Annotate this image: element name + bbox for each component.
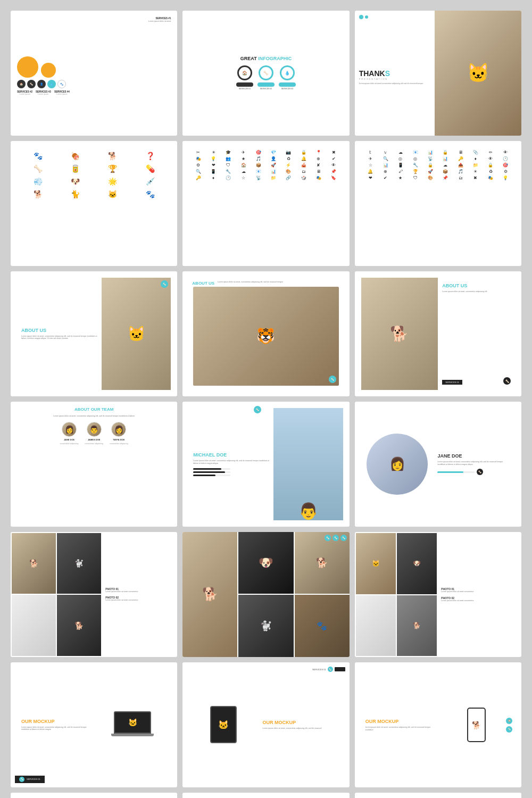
thanks-title: THANKS [359, 69, 430, 78]
slides-grid: SERVICES #1 Lorem ipsum dolor sit amet 🏠… [11, 11, 521, 798]
small-circles-row: 🏠 🦴 👤 💧 🐾 [17, 80, 66, 88]
tablet-shape: 🐱 [210, 706, 237, 743]
pet-icon-1: 🐾 [21, 152, 54, 160]
dot1 [359, 15, 363, 19]
photo-grid-left-1: 🐕 🐩 🐕 [11, 532, 102, 657]
teal-circle-top: 🏠 [506, 718, 512, 724]
slide-mockup-phone: OUR MOCKUP Lorem ipsum dolor sit amet, c… [355, 662, 521, 787]
slide-about-2: ABOUT US Lorem ipsum dolor sit amet, con… [182, 271, 349, 396]
michael-progress-bars [193, 468, 269, 476]
jane-name: JANE DOE [64, 438, 74, 441]
slide-michael: 🦴 MICHAEL DOE Lorem ipsum dolor sit amet… [182, 402, 349, 527]
slide-photo-right: 🐱 🐶 🐕 PHOTO 01 Lorem ipsum dolor sit ame… [355, 532, 521, 657]
jane-dark-badge: 🦴 [477, 469, 483, 475]
jane-avatar: 👩 [62, 422, 77, 437]
teal-circle-1: 💧 [47, 80, 56, 88]
infographic-title: GREAT INFOGRAPHIC [240, 56, 292, 61]
slide-services: SERVICES #1 Lorem ipsum dolor sit amet 🏠… [11, 11, 177, 136]
outline-circle-1: 🐾 [57, 80, 66, 88]
photo-cell-1: 🐕 [12, 533, 56, 594]
laptop-shape: 🐱 [114, 711, 151, 738]
teal-badge-michael: 🦴 [254, 406, 261, 413]
service-item-4: SERVICES #4 Lorem ipsum [54, 90, 70, 95]
mockup-tablet-content: SERVICES 01 🦴 OUR MOCKUP Lorem ipsum dol… [259, 669, 343, 781]
tayfa-name: TAYFA DOE [113, 438, 124, 441]
services-label-top: SERVICES 01 [312, 668, 326, 671]
collar-3 [279, 82, 296, 87]
james-name: JAMES DOE [88, 438, 101, 441]
team-member-tayfa: 👩 TAYFA DOE consectetur adipiscing [110, 422, 128, 445]
pet-icon-15: 🐱 [96, 190, 129, 198]
team-member-james: 👨 JAMES DOE consectetur adipiscing [85, 422, 103, 445]
about-content-3: ABOUT US Lorem ipsum dolor sit amet, con… [438, 278, 515, 390]
photo-text-2: Lorem ipsum dolor sit amet consectetur [105, 599, 174, 602]
infographic-item-3: 💧 SERVICES 03 [279, 65, 296, 90]
thanks-text: Lorem ipsum dolor sit amet consectetur a… [359, 82, 430, 85]
pet-icons-grid: 🐾 🍖 🐕 ❓ 🦴 🥫 🏆 💊 💨 🐶 🌟 💉 🐕 🐈 🐱 🐾 [17, 147, 171, 203]
slide-general-icons-2: 𝕥 𝕧 ☁ 📧 📊 🔒 🖥 📎 ✏ 👁 ✈ 🔍 ◎ ◎ 📡 📊 🔑 ♦ 👁 🕐 … [355, 141, 521, 266]
slide-about-3: 🐕 ABOUT US Lorem ipsum dolor sit amet, c… [355, 271, 521, 396]
icons-grid-1: ✂ ☀ 🎓 ✈ 🎯 💎 📷 🔒 📍 ✖ 🎭 💡 👥 ★ 🎵 👤 ♻ 🔔 ⊕ ✔ … [189, 147, 343, 183]
about-title-1: ABOUT US [21, 328, 97, 333]
about-cat-image-1: 🦴 🐱 [102, 278, 171, 390]
mockup-text-3: Lorem ipsum dolor sit amet, consectetur … [365, 726, 434, 732]
photo-right-1: PHOTO 01 Lorem ipsum dolor sit amet cons… [102, 532, 177, 657]
ring-2: 🦴 [259, 65, 273, 80]
mockup-laptop-img: 🐱 [94, 709, 171, 741]
dog-cell-2: 🐶 [238, 532, 293, 594]
thanks-content: THANKS PRESENTATION Lorem ipsum dolor si… [355, 11, 435, 136]
phone-shape: 🐕 [467, 708, 486, 742]
teal-circles-side: 🏠 🦴 [506, 718, 512, 733]
dogs-grid: 🐕 🐶 🐕 🐩 🐾 [182, 532, 349, 657]
slide-pet-icons: 🐾 🍖 🐕 ❓ 🦴 🥫 🏆 💊 💨 🐶 🌟 💉 🐕 🐈 🐱 🐾 [11, 141, 177, 266]
team-title: ABOUT OUR TEAM [74, 407, 113, 412]
bar-1 [193, 468, 221, 470]
slide-great-chart: GREAT CHART Lorem ipsum dolor sit amet, … [355, 793, 521, 798]
pr-cell-1: 🐱 [356, 533, 396, 594]
teal-badges-row: 🦴 🦴 🦴 [325, 535, 347, 541]
mockup-phone-area: 🐕 🏠 🦴 [438, 708, 515, 742]
infographic-item-2: 🦴 SERVICES 02 [257, 65, 275, 90]
ring-3: 💧 [280, 65, 295, 80]
pr-cell-2: 🐶 [397, 533, 437, 594]
pet-icon-9: 💨 [21, 177, 54, 186]
laptop-base [111, 734, 154, 736]
collar-1 [236, 82, 253, 87]
services-black-bar: 🦴 SERVICES 01 [15, 776, 45, 783]
team-member-jane: 👩 JANE DOE consectetur adipiscing [60, 422, 79, 445]
michael-image: 👨 [273, 408, 343, 520]
pet-icon-5: 🦴 [21, 164, 54, 173]
slide-about-1: ABOUT US Lorem ipsum dolor sit amet, con… [11, 271, 177, 396]
pet-icon-16: 🐾 [134, 190, 167, 198]
service-item-2: SERVICES #2 Lorem ipsum [17, 90, 32, 95]
bar-2 [193, 471, 225, 473]
slide-team: ABOUT OUR TEAM Lorem ipsum dolor sit ame… [11, 402, 177, 527]
slide-mockup-tablet: 🐱 SERVICES 01 🦴 OUR MOCKUP Lorem ipsum d… [182, 662, 349, 787]
jane-content: JANE DOE Lorem ipsum dolor sit amet, con… [433, 408, 515, 520]
slide-photo-1: 🐕 🐩 🐕 PHOTO 01 Lorem ipsum dolor sit ame… [11, 532, 177, 657]
slide-general-icons-1: ✂ ☀ 🎓 ✈ 🎯 💎 📷 🔒 📍 ✖ 🎭 💡 👥 ★ 🎵 👤 ♻ 🔔 ⊕ ✔ … [182, 141, 349, 266]
photo-cell-3 [12, 595, 56, 656]
dot2 [365, 15, 368, 19]
pet-icon-14: 🐈 [59, 190, 92, 198]
services-label-top: SERVICES #1 Lorem ipsum dolor sit amet [148, 17, 171, 22]
dog-cell-big-1: 🐕 [182, 532, 237, 657]
dark-circle-2: 🦴 [27, 80, 36, 88]
photo-grid-right: 🐱 🐶 🐕 [355, 532, 438, 657]
pet-icon-2: 🍖 [59, 152, 92, 160]
mockup-title-1: OUR MOCKUP [21, 719, 90, 724]
photo-text-1: Lorem ipsum dolor sit amet consectetur [105, 591, 174, 593]
james-role: consectetur adipiscing [85, 443, 103, 445]
orange-circle-med [41, 63, 56, 78]
pet-icon-8: 💊 [134, 164, 167, 173]
jane-image: 👩 [367, 434, 428, 495]
infographic-item-1: 🏠 SERVICES 01 [236, 65, 253, 90]
photo-cell-2: 🐩 [57, 533, 101, 594]
teal-badge-1: 🦴 [161, 280, 168, 288]
james-avatar: 👨 [87, 422, 102, 437]
icons-grid-2: 𝕥 𝕧 ☁ 📧 📊 🔒 🖥 📎 ✏ 👁 ✈ 🔍 ◎ ◎ 📡 📊 🔑 ♦ 👁 🕐 … [361, 147, 515, 183]
mockup-text-1: Lorem ipsum dolor sit amet, consectetur … [21, 726, 90, 732]
about-top-2: ABOUT US Lorem ipsum dolor sit amet, con… [189, 278, 343, 287]
ring-1: 🏠 [237, 65, 252, 80]
circles-big: 🏠 🦴 👤 💧 🐾 [17, 56, 66, 88]
